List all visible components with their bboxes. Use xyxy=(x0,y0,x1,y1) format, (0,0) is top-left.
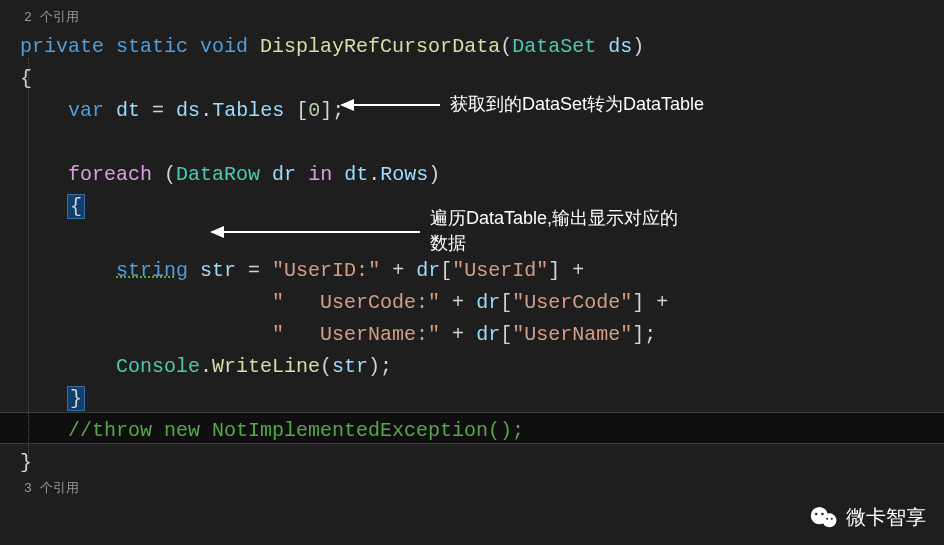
code-editor[interactable]: 2 个引用 private static void DisplayRefCurs… xyxy=(0,0,944,500)
blank-line-2 xyxy=(20,223,944,255)
var-dt-line: var dt = ds.Tables [0]; xyxy=(20,95,944,127)
comment-line: //throw new NotImplementedException(); xyxy=(20,415,944,447)
watermark-text: 微卡智享 xyxy=(846,504,926,531)
wechat-icon xyxy=(810,506,838,530)
foreach-brace-open: { xyxy=(20,191,944,223)
string-concat-1: string str = "UserID:" + dr["UserId"] + xyxy=(20,255,944,287)
method-signature: private static void DisplayRefCursorData… xyxy=(20,31,944,63)
svg-point-9 xyxy=(831,517,833,519)
brace-close: } xyxy=(20,447,944,479)
svg-point-7 xyxy=(821,512,823,514)
console-writeline: Console.WriteLine(str); xyxy=(20,351,944,383)
blank-line xyxy=(20,127,944,159)
watermark: 微卡智享 xyxy=(810,504,926,531)
svg-point-8 xyxy=(826,517,828,519)
string-concat-3: " UserName:" + dr["UserName"]; xyxy=(20,319,944,351)
svg-point-5 xyxy=(822,513,836,527)
foreach-line: foreach (DataRow dr in dt.Rows) xyxy=(20,159,944,191)
brace-open: { xyxy=(20,63,944,95)
codelens-bottom[interactable]: 3 个引用 xyxy=(20,479,944,500)
codelens-top[interactable]: 2 个引用 xyxy=(20,8,944,29)
string-concat-2: " UserCode:" + dr["UserCode"] + xyxy=(20,287,944,319)
svg-point-6 xyxy=(815,512,817,514)
foreach-brace-close: } xyxy=(20,383,944,415)
